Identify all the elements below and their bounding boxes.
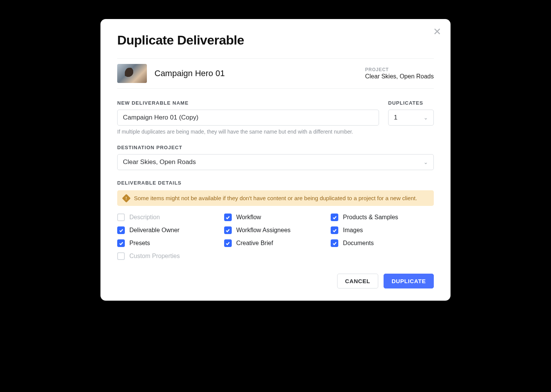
close-icon[interactable]: ✕ [433, 27, 441, 37]
duplicate-deliverable-modal: ✕ Duplicate Deliverable Campaign Hero 01… [100, 19, 451, 301]
duplicates-count-select[interactable]: 1 ⌄ [388, 110, 434, 126]
checkbox-icon [117, 214, 125, 221]
new-name-label: NEW DELIVERABLE NAME [117, 100, 379, 106]
checkbox-icon [117, 252, 125, 260]
checkbox-icon[interactable] [117, 226, 125, 234]
detail-checkbox-label: Description [129, 214, 160, 221]
project-label: PROJECT [365, 67, 434, 72]
source-project-name: Clear Skies, Open Roads [365, 73, 434, 80]
source-thumbnail [117, 64, 147, 83]
details-warning-banner: ! Some items might not be available if t… [117, 190, 434, 206]
detail-checkbox-label: Products & Samples [343, 214, 398, 221]
details-section-label: DELIVERABLE DETAILS [117, 180, 434, 186]
cancel-button[interactable]: CANCEL [337, 274, 378, 288]
detail-checkbox-label: Deliverable Owner [129, 227, 180, 234]
detail-checkbox-label: Presets [129, 240, 150, 247]
detail-checkbox-item: Description [117, 214, 220, 221]
detail-checkbox-label: Images [343, 227, 363, 234]
detail-checkbox-label: Creative Brief [236, 240, 273, 247]
modal-title: Duplicate Deliverable [117, 33, 434, 48]
source-deliverable-name: Campaign Hero 01 [154, 69, 225, 78]
detail-checkbox-item[interactable]: Workflow [224, 214, 327, 221]
checkbox-icon[interactable] [331, 226, 338, 234]
detail-checkbox-item: Custom Properties [117, 252, 220, 260]
detail-checkbox-item[interactable]: Presets [117, 239, 220, 247]
new-deliverable-name-input[interactable] [117, 110, 379, 126]
destination-label: DESTINATION PROJECT [117, 145, 434, 150]
checkbox-icon[interactable] [331, 239, 338, 247]
detail-checkbox-label: Workflow [236, 214, 261, 221]
detail-checkbox-item[interactable]: Products & Samples [331, 214, 434, 221]
checkbox-icon[interactable] [117, 239, 125, 247]
detail-checkbox-item[interactable]: Workflow Assignees [224, 226, 327, 234]
duplicates-count-value: 1 [394, 114, 397, 121]
warning-icon: ! [122, 194, 131, 202]
name-help-text: If multiple duplicates are being made, t… [117, 129, 434, 135]
chevron-down-icon: ⌄ [424, 115, 428, 121]
destination-project-select[interactable]: Clear Skies, Open Roads ⌄ [117, 154, 434, 170]
detail-checkbox-label: Documents [343, 240, 374, 247]
duplicates-label: DUPLICATES [388, 100, 434, 106]
details-warning-text: Some items might not be available if the… [134, 195, 417, 201]
detail-checkbox-label: Workflow Assignees [236, 227, 291, 234]
checkbox-icon[interactable] [224, 214, 232, 221]
destination-project-value: Clear Skies, Open Roads [123, 158, 196, 166]
detail-checkbox-label: Custom Properties [129, 253, 180, 260]
details-checkbox-grid: DescriptionWorkflowProducts & SamplesDel… [117, 214, 434, 260]
detail-checkbox-item[interactable]: Deliverable Owner [117, 226, 220, 234]
chevron-down-icon: ⌄ [424, 159, 428, 165]
checkbox-icon[interactable] [331, 214, 338, 221]
source-deliverable-row: Campaign Hero 01 PROJECT Clear Skies, Op… [117, 58, 434, 89]
checkbox-icon[interactable] [224, 226, 232, 234]
detail-checkbox-item[interactable]: Images [331, 226, 434, 234]
detail-checkbox-item[interactable]: Creative Brief [224, 239, 327, 247]
detail-checkbox-item[interactable]: Documents [331, 239, 434, 247]
duplicate-button[interactable]: DUPLICATE [384, 274, 434, 288]
checkbox-icon[interactable] [224, 239, 232, 247]
